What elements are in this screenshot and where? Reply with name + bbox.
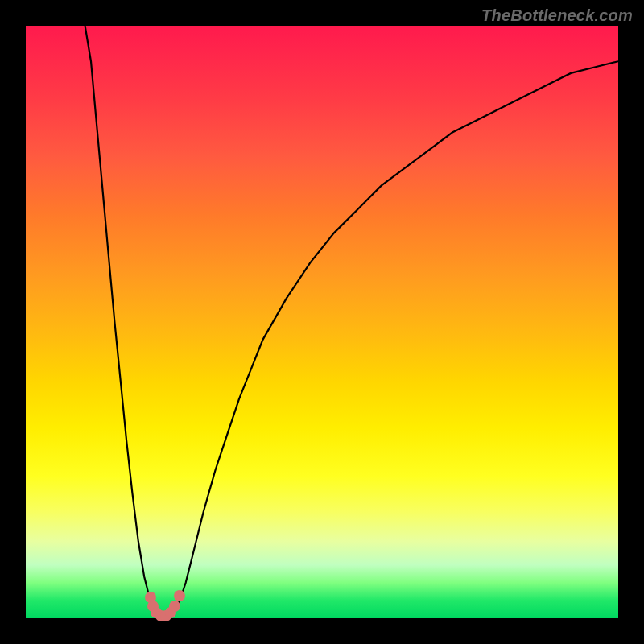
chart-frame: TheBottleneck.com [0, 0, 644, 644]
bottleneck-curve [26, 26, 618, 618]
watermark: TheBottleneck.com [481, 6, 633, 25]
